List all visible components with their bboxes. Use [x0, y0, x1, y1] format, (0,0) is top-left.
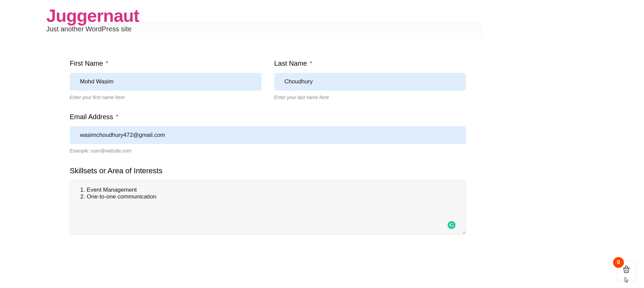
first-name-label: First Name *: [70, 60, 261, 67]
required-asterisk: *: [310, 60, 312, 67]
grammarly-icon[interactable]: G: [447, 220, 456, 230]
required-asterisk: *: [116, 113, 118, 121]
required-asterisk: *: [105, 60, 108, 67]
skillsets-label: Skillsets or Area of Interests: [70, 166, 466, 175]
email-label-text: Email Address: [70, 113, 113, 121]
skillsets-textarea[interactable]: [70, 180, 466, 235]
grammarly-g-letter: G: [449, 222, 454, 228]
email-label: Email Address *: [70, 113, 466, 121]
last-name-label-text: Last Name: [274, 60, 307, 67]
site-tagline: Just another WordPress site: [46, 25, 139, 33]
first-name-label-text: First Name: [70, 60, 103, 67]
site-title[interactable]: Juggernaut: [46, 5, 139, 26]
email-input[interactable]: [70, 126, 466, 144]
first-name-help: Enter your first name here: [70, 95, 261, 100]
registration-form: First Name * Enter your first name here …: [70, 60, 466, 249]
first-name-input[interactable]: [70, 73, 261, 91]
email-help: Example: user@website.com: [70, 148, 466, 154]
last-name-label: Last Name *: [274, 60, 466, 67]
cart-count-badge: 0: [613, 257, 624, 268]
last-name-input[interactable]: [274, 73, 466, 91]
last-name-help: Enter your last name here: [274, 95, 466, 100]
basket-icon: [622, 265, 631, 275]
cart-button[interactable]: 0: [617, 261, 636, 280]
